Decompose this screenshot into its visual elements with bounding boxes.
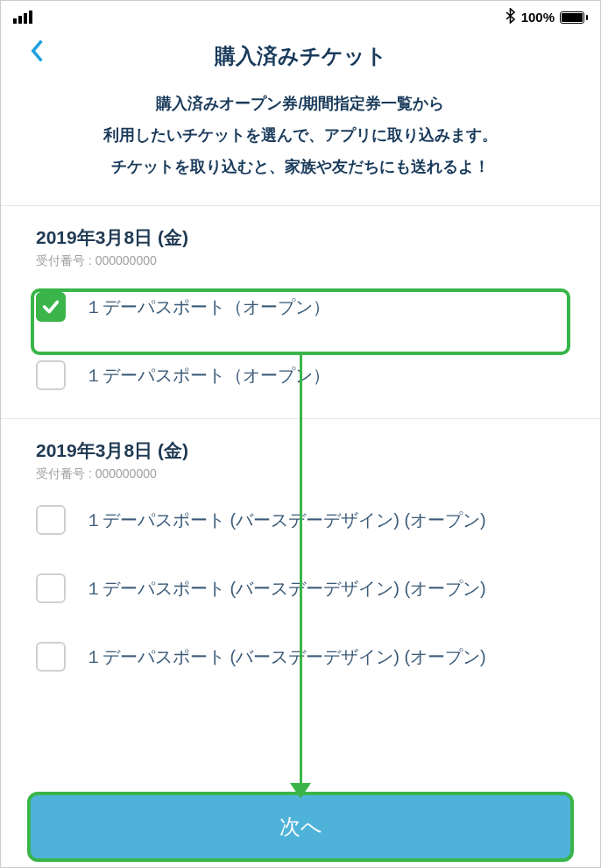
ticket-row[interactable]: １デーパスポート (バースデーデザイン) (オープン) bbox=[1, 486, 600, 554]
bluetooth-icon bbox=[506, 8, 516, 26]
group-header: 2019年3月8日 (金) 受付番号 : 000000000 bbox=[1, 419, 600, 486]
intro-line: チケットを取り込むと、家族や友だちにも送れるよ！ bbox=[36, 151, 565, 182]
ticket-label: １デーパスポート (バースデーデザイン) (オープン) bbox=[85, 572, 486, 605]
ticket-checkbox[interactable] bbox=[36, 642, 66, 672]
ticket-group: 2019年3月8日 (金) 受付番号 : 000000000 １デーパスポート（… bbox=[1, 205, 600, 418]
ticket-checkbox[interactable] bbox=[36, 360, 66, 390]
status-bar: 100% bbox=[1, 1, 600, 32]
back-button[interactable] bbox=[25, 39, 50, 63]
battery-pct: 100% bbox=[521, 10, 555, 25]
ticket-row[interactable]: １デーパスポート（オープン） bbox=[1, 341, 600, 409]
group-date: 2019年3月8日 (金) bbox=[36, 225, 565, 250]
ticket-row[interactable]: １デーパスポート（オープン） bbox=[1, 273, 600, 341]
ticket-label: １デーパスポート（オープン） bbox=[85, 290, 330, 324]
group-header: 2019年3月8日 (金) 受付番号 : 000000000 bbox=[1, 206, 600, 273]
ticket-checkbox[interactable] bbox=[36, 505, 66, 535]
intro-line: 利用したいチケットを選んで、アプリに取り込みます。 bbox=[36, 119, 565, 151]
signal-icon bbox=[13, 11, 32, 24]
next-button-label: 次へ bbox=[279, 813, 322, 841]
ticket-label: １デーパスポート (バースデーデザイン) (オープン) bbox=[85, 503, 486, 537]
ticket-label: １デーパスポート（オープン） bbox=[85, 359, 330, 392]
page-title: 購入済みチケット bbox=[215, 42, 387, 70]
chevron-left-icon bbox=[30, 39, 46, 63]
ticket-checkbox[interactable] bbox=[36, 573, 66, 603]
group-ref: 受付番号 : 000000000 bbox=[36, 253, 565, 269]
battery-icon bbox=[560, 11, 588, 24]
intro-line: 購入済みオープン券/期間指定券一覧から bbox=[36, 88, 565, 119]
next-button[interactable]: 次へ bbox=[31, 795, 570, 858]
bottom-fade bbox=[2, 767, 599, 793]
ticket-checkbox[interactable] bbox=[36, 292, 66, 322]
ticket-row[interactable]: １デーパスポート (バースデーデザイン) (オープン) bbox=[1, 623, 600, 691]
intro-text: 購入済みオープン券/期間指定券一覧から 利用したいチケットを選んで、アプリに取り… bbox=[1, 88, 600, 205]
ticket-row[interactable]: １デーパスポート (バースデーデザイン) (オープン) bbox=[1, 554, 600, 623]
ticket-label: １デーパスポート (バースデーデザイン) (オープン) bbox=[85, 640, 486, 673]
ticket-group: 2019年3月8日 (金) 受付番号 : 000000000 １デーパスポート … bbox=[1, 418, 600, 700]
group-date: 2019年3月8日 (金) bbox=[36, 438, 565, 463]
group-ref: 受付番号 : 000000000 bbox=[36, 466, 565, 482]
nav-bar: 購入済みチケット bbox=[1, 32, 600, 88]
